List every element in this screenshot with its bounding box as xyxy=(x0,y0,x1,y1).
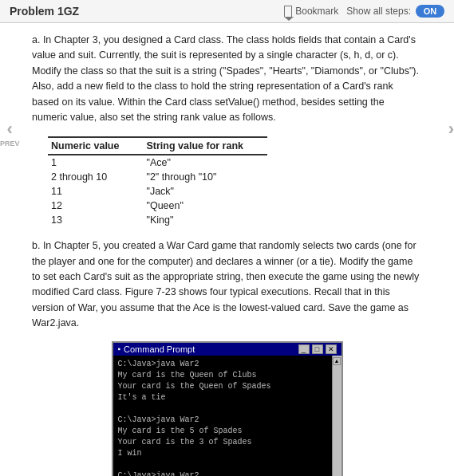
cmd-maximize-button[interactable]: □ xyxy=(312,344,323,354)
cmd-scrollbar[interactable]: ▲ ▼ xyxy=(332,356,341,477)
table-row: 1"Ace" xyxy=(48,155,267,170)
rank-table: Numeric value String value for rank 1"Ac… xyxy=(48,136,267,227)
cmd-line: My card is the Queen of Clubs xyxy=(118,370,327,381)
problem-title: Problem 1GZ xyxy=(10,5,79,18)
cmd-title-area: ▪ Command Prompt xyxy=(118,344,195,354)
bookmark-button[interactable]: Bookmark xyxy=(284,6,338,17)
cmd-line xyxy=(118,459,327,470)
table-row: 12"Queen" xyxy=(48,199,267,213)
bookmark-label: Bookmark xyxy=(295,6,338,17)
col2-header: String value for rank xyxy=(143,137,267,155)
cmd-scroll-track xyxy=(333,365,341,477)
content-area: ‹ PREV › a. In Chapter 3, you designed a… xyxy=(0,23,454,476)
header-right: Bookmark Show all steps: ON xyxy=(284,5,444,18)
table-row: 11"Jack" xyxy=(48,184,267,199)
next-arrow-button[interactable]: › xyxy=(448,119,454,140)
cmd-window: ▪ Command Prompt _ □ ✕ C:\Java>java War2… xyxy=(112,341,343,477)
cmd-close-button[interactable]: ✕ xyxy=(326,344,337,354)
table-cell-string: "Ace" xyxy=(143,155,267,170)
cmd-line: C:\Java>java War2 xyxy=(118,359,327,370)
table-cell-numeric: 2 through 10 xyxy=(48,170,143,184)
cmd-line: I win xyxy=(118,448,327,459)
table-cell-numeric: 11 xyxy=(48,184,143,199)
cmd-scroll-up-button[interactable]: ▲ xyxy=(333,357,341,365)
table-cell-string: "2" through "10" xyxy=(143,170,267,184)
cmd-titlebar: ▪ Command Prompt _ □ ✕ xyxy=(113,343,341,356)
table-cell-numeric: 13 xyxy=(48,213,143,227)
cmd-line: C:\Java>java War2 xyxy=(118,470,327,477)
table-row: 2 through 10"2" through "10" xyxy=(48,170,267,184)
col1-header: Numeric value xyxy=(48,137,143,155)
table-cell-string: "Queen" xyxy=(143,199,267,213)
cmd-title-text: Command Prompt xyxy=(124,344,195,354)
cmd-titlebar-buttons: _ □ ✕ xyxy=(298,344,337,354)
cmd-body: C:\Java>java War2My card is the Queen of… xyxy=(113,356,332,477)
cmd-line: Your card is the Queen of Spades xyxy=(118,381,327,392)
cmd-body-outer: C:\Java>java War2My card is the Queen of… xyxy=(113,356,341,477)
table-cell-string: "Jack" xyxy=(143,184,267,199)
prev-arrow-button[interactable]: ‹ PREV xyxy=(0,119,20,148)
cmd-line xyxy=(118,403,327,415)
table-cell-string: "King" xyxy=(143,213,267,227)
cmd-outer-border: ▪ Command Prompt _ □ ✕ C:\Java>java War2… xyxy=(112,341,343,477)
bookmark-icon xyxy=(284,6,292,17)
section-b-text: b. In Chapter 5, you created a War Card … xyxy=(32,238,422,331)
cmd-title-icon: ▪ xyxy=(118,344,121,353)
next-arrow-icon: › xyxy=(448,119,454,139)
cmd-line: Your card is the 3 of Spades xyxy=(118,437,327,448)
prev-label: PREV xyxy=(0,140,20,148)
prev-arrow-icon: ‹ xyxy=(7,119,13,139)
cmd-minimize-button[interactable]: _ xyxy=(298,344,310,354)
show-all-steps-container: Show all steps: ON xyxy=(346,5,444,18)
cmd-line: C:\Java>java War2 xyxy=(118,415,327,426)
table-cell-numeric: 12 xyxy=(48,199,143,213)
show-all-steps-toggle[interactable]: ON xyxy=(416,5,444,18)
show-all-steps-label: Show all steps: xyxy=(346,6,411,17)
rank-table-container: Numeric value String value for rank 1"Ac… xyxy=(48,136,422,227)
table-cell-numeric: 1 xyxy=(48,155,143,170)
cmd-line: It's a tie xyxy=(118,392,327,403)
cmd-line: My card is the 5 of Spades xyxy=(118,426,327,437)
header: Problem 1GZ Bookmark Show all steps: ON xyxy=(0,0,454,23)
table-row: 13"King" xyxy=(48,213,267,227)
section-a-text: a. In Chapter 3, you designed a Card cla… xyxy=(32,33,422,125)
